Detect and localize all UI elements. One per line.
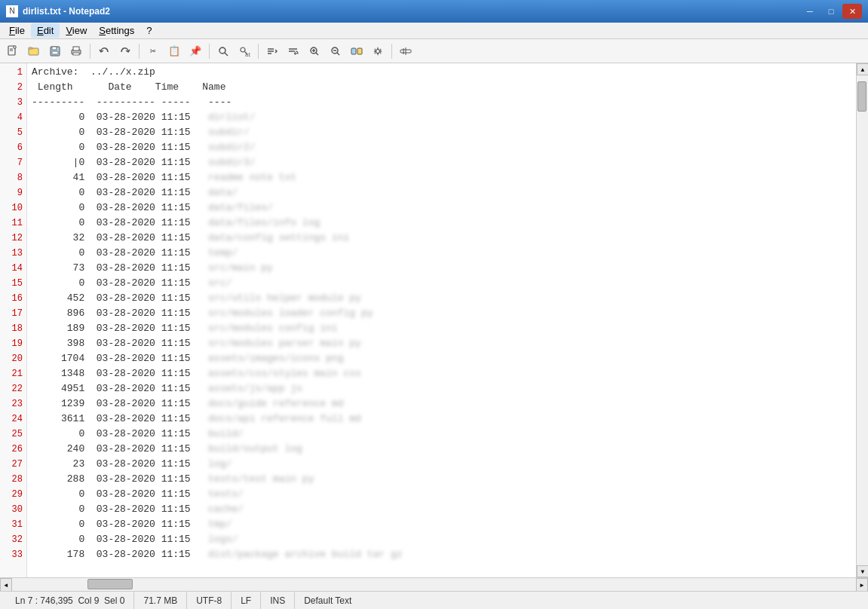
close-button[interactable]: ✕: [842, 4, 862, 19]
tb-redo[interactable]: [115, 42, 135, 60]
scroll-thumb[interactable]: [857, 81, 866, 112]
toolbar-separator-2: [139, 44, 140, 59]
blurred-filename-17: src/modules loader config py: [208, 308, 373, 319]
tb-open[interactable]: [24, 42, 44, 60]
line-number-21: 21: [0, 366, 26, 381]
line-number-20: 20: [0, 351, 26, 366]
blurred-filename-9: data/: [208, 187, 238, 198]
code-line-9: 0 03-28-2020 11:15 data/: [32, 185, 856, 200]
code-line-28: 288 03-28-2020 11:15 tests/test main py: [32, 472, 856, 487]
status-mode: INS: [261, 592, 295, 609]
toolbar-separator-1: [90, 44, 90, 59]
svg-point-30: [376, 49, 380, 53]
blurred-filename-21: assets/css/styles main css: [208, 368, 361, 379]
line-number-26: 26: [0, 442, 26, 457]
h-scroll-thumb[interactable]: [87, 579, 133, 589]
code-line-1: Archive: ../../x.zip: [32, 65, 856, 80]
line-number-8: 8: [0, 170, 26, 185]
code-line-23: 1239 03-28-2020 11:15 docs/guide referen…: [32, 396, 856, 412]
line-number-18: 18: [0, 321, 26, 336]
line-number-19: 19: [0, 336, 26, 351]
toolbar-separator-4: [258, 44, 259, 59]
line-number-16: 16: [0, 291, 26, 306]
line-number-25: 25: [0, 427, 26, 442]
line-number-31: 31: [0, 517, 26, 532]
line-number-9: 9: [0, 185, 26, 200]
code-line-22: 4951 03-28-2020 11:15 assets/js/app js: [32, 381, 856, 396]
svg-rect-4: [29, 47, 32, 49]
blurred-filename-30: cache/: [208, 503, 244, 515]
tb-paste[interactable]: 📌: [186, 42, 205, 60]
h-scroll-right-arrow[interactable]: ►: [856, 578, 868, 592]
svg-rect-29: [357, 48, 362, 54]
scroll-up-arrow[interactable]: ▲: [857, 63, 868, 75]
tb-zoom-in[interactable]: [305, 42, 324, 60]
svg-rect-10: [73, 53, 79, 55]
tb-save[interactable]: [45, 42, 65, 60]
blurred-filename-29: tests/: [208, 488, 244, 500]
menu-file[interactable]: File: [3, 23, 31, 38]
title-text: dirlist.txt - Notepad2: [23, 6, 799, 17]
code-line-15: 0 03-28-2020 11:15 src/: [32, 276, 856, 291]
code-line-30: 0 03-28-2020 11:15 cache/: [32, 502, 856, 517]
editor-container: 1234567891011121314151617181920212223242…: [0, 63, 868, 577]
blurred-filename-13: temp/: [208, 247, 238, 259]
svg-point-11: [219, 47, 225, 54]
line-number-10: 10: [0, 200, 26, 216]
code-line-18: 189 03-28-2020 11:15 src/modules config …: [32, 321, 856, 336]
tb-zoom-out[interactable]: [326, 42, 345, 60]
menu-view[interactable]: View: [60, 23, 93, 38]
editor-content[interactable]: Archive: ../../x.zip Length Date Time Na…: [27, 63, 856, 577]
line-number-30: 30: [0, 502, 26, 517]
line-number-7: 7: [0, 155, 26, 170]
vertical-scrollbar[interactable]: ▲ ▼: [856, 63, 868, 577]
tb-new[interactable]: [3, 42, 23, 60]
tb-find[interactable]: [213, 42, 233, 60]
tb-copy[interactable]: 📋: [164, 42, 184, 60]
blurred-filename-28: tests/test main py: [208, 473, 314, 485]
tb-wordwrap[interactable]: [284, 42, 303, 60]
code-line-7: |0 03-28-2020 11:15 subdir3/: [32, 155, 856, 170]
line-number-2: 2: [0, 80, 26, 95]
tb-print[interactable]: [66, 42, 86, 60]
blurred-filename-10: data/files/: [208, 202, 273, 213]
code-line-32: 0 03-28-2020 11:15 logs/: [32, 532, 856, 547]
code-line-8: 41 03-28-2020 11:15 readme note txt: [32, 170, 856, 185]
tb-replace[interactable]: ab: [235, 42, 254, 60]
code-line-24: 3611 03-28-2020 11:15 docs/api reference…: [32, 412, 856, 427]
code-line-29: 0 03-28-2020 11:15 tests/: [32, 487, 856, 502]
blurred-filename-6: subdir2/: [208, 142, 255, 153]
tb-goto[interactable]: [262, 42, 282, 60]
blurred-filename-15: src/: [208, 277, 232, 289]
blurred-filename-33: dist/package archive build tar gz: [208, 549, 402, 560]
tb-extra[interactable]: [396, 42, 416, 60]
tb-cut[interactable]: ✂: [143, 42, 163, 60]
menu-help[interactable]: ?: [140, 23, 158, 38]
blurred-filename-7: subdir3/: [208, 157, 255, 168]
tb-settings[interactable]: [368, 42, 388, 60]
menu-settings[interactable]: Settings: [93, 23, 140, 38]
status-style: Default Text: [295, 592, 360, 609]
horizontal-scrollbar[interactable]: ◄ ►: [0, 577, 868, 591]
restore-button[interactable]: □: [821, 4, 841, 19]
code-line-10: 0 03-28-2020 11:15 data/files/: [32, 200, 856, 216]
toolbar-separator-5: [391, 44, 392, 59]
line-number-14: 14: [0, 261, 26, 276]
code-line-2: Length Date Time Name: [32, 80, 856, 95]
tb-scheme[interactable]: [347, 42, 367, 60]
menu-edit[interactable]: Edit: [31, 23, 60, 38]
minimize-button[interactable]: ─: [800, 4, 820, 19]
line-number-15: 15: [0, 276, 26, 291]
code-line-33: 178 03-28-2020 11:15 dist/package archiv…: [32, 547, 856, 562]
svg-text:ab: ab: [245, 52, 250, 57]
line-number-22: 22: [0, 381, 26, 396]
svg-rect-9: [73, 47, 79, 50]
h-scroll-track[interactable]: [12, 578, 856, 591]
scroll-track[interactable]: [857, 75, 868, 565]
line-number-32: 32: [0, 532, 26, 547]
line-number-11: 11: [0, 216, 26, 231]
h-scroll-left-arrow[interactable]: ◄: [0, 578, 12, 592]
scroll-down-arrow[interactable]: ▼: [857, 565, 868, 577]
tb-undo[interactable]: [94, 42, 114, 60]
blurred-filename-14: src/main py: [208, 262, 273, 274]
